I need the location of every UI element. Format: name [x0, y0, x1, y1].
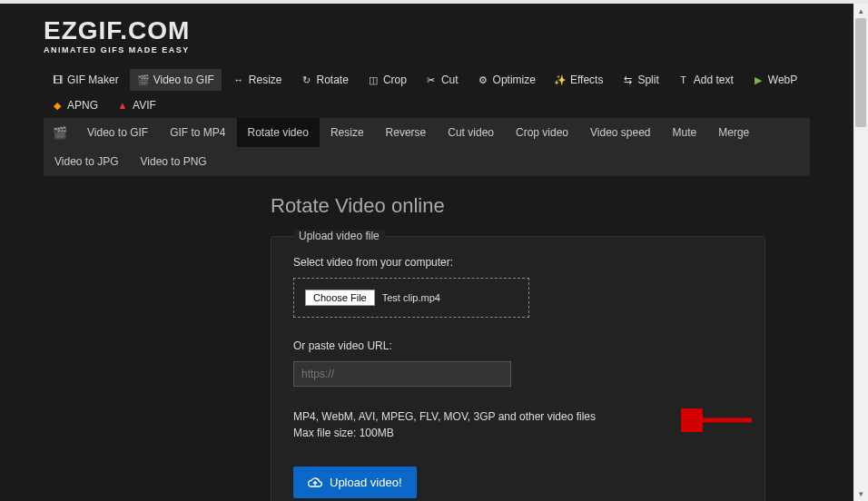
- nav-label: WebP: [768, 74, 797, 86]
- nav-label: GIF Maker: [67, 74, 119, 86]
- video-url-input[interactable]: [293, 361, 511, 387]
- nav-add-text[interactable]: TAdd text: [670, 69, 741, 91]
- cut-icon: ✂: [425, 74, 438, 86]
- nav-cut[interactable]: ✂Cut: [418, 69, 466, 91]
- subnav-cut-video[interactable]: Cut video: [437, 118, 505, 147]
- nav-rotate[interactable]: ↻Rotate: [293, 69, 356, 91]
- page-title: Rotate Video online: [271, 194, 810, 218]
- nav-video-to-gif[interactable]: 🎬Video to GIF: [130, 69, 222, 91]
- nav-optimize[interactable]: ⚙Optimize: [469, 69, 543, 91]
- supported-formats-info: MP4, WebM, AVI, MPEG, FLV, MOV, 3GP and …: [293, 408, 743, 441]
- subnav-mute[interactable]: Mute: [662, 118, 708, 147]
- nav-label: Optimize: [493, 74, 536, 86]
- site-logo[interactable]: EZGIF.COM ANIMATED GIFS MADE EASY: [44, 18, 810, 54]
- nav-split[interactable]: ⇆Split: [614, 69, 666, 91]
- panel-legend: Upload video file: [293, 230, 385, 242]
- subnav-gif-to-mp4[interactable]: GIF to MP4: [159, 118, 236, 147]
- subnav-video-to-png[interactable]: Video to PNG: [130, 147, 218, 176]
- subnav-reverse[interactable]: Reverse: [375, 118, 438, 147]
- split-icon: ⇆: [621, 74, 634, 86]
- clapper-icon: 🎬: [53, 126, 67, 140]
- gif-maker-icon: 🎞: [51, 74, 64, 86]
- subnav-resize[interactable]: Resize: [320, 118, 375, 147]
- webp-icon: ▶: [752, 74, 764, 86]
- optimize-icon: ⚙: [477, 74, 489, 86]
- nav-label: AVIF: [133, 99, 156, 112]
- effects-icon: ✨: [554, 74, 567, 86]
- nav-label: Add text: [694, 74, 734, 86]
- max-size-line: Max file size: 100MB: [293, 425, 743, 441]
- scroll-up-arrow[interactable]: ▴: [853, 4, 868, 18]
- secondary-nav: 🎬Video to GIFGIF to MP4Rotate videoResiz…: [44, 118, 810, 176]
- rotate-icon: ↻: [301, 74, 313, 86]
- nav-label: Cut: [441, 74, 459, 86]
- nav-label: Effects: [570, 74, 603, 86]
- nav-webp[interactable]: ▶WebP: [745, 69, 804, 91]
- add-text-icon: T: [677, 74, 690, 86]
- selected-file-name: Test clip.mp4: [382, 292, 440, 303]
- nav-label: Crop: [383, 74, 407, 86]
- resize-icon: ↔: [232, 74, 245, 86]
- scroll-down-arrow[interactable]: ▾: [853, 486, 868, 501]
- upload-button-label: Upload video!: [330, 476, 402, 489]
- nav-crop[interactable]: ◫Crop: [360, 69, 414, 91]
- nav-apng[interactable]: ◆APNG: [44, 94, 105, 116]
- subnav-video-to-gif[interactable]: Video to GIF: [76, 118, 159, 147]
- nav-label: Resize: [249, 74, 282, 86]
- file-drop-zone[interactable]: Choose File Test clip.mp4: [293, 278, 529, 318]
- nav-resize[interactable]: ↔Resize: [225, 69, 290, 91]
- nav-label: APNG: [67, 99, 98, 112]
- video-to-gif-icon: 🎬: [137, 74, 150, 86]
- nav-label: Video to GIF: [153, 74, 214, 86]
- subnav-rotate-video[interactable]: Rotate video: [237, 118, 320, 147]
- subnav-home-icon[interactable]: 🎬: [44, 118, 76, 147]
- crop-icon: ◫: [367, 74, 380, 86]
- scrollbar-thumb[interactable]: [855, 18, 866, 127]
- upload-video-button[interactable]: Upload video!: [293, 467, 417, 498]
- cloud-upload-icon: [308, 476, 322, 489]
- subnav-crop-video[interactable]: Crop video: [505, 118, 579, 147]
- subnav-video-to-jpg[interactable]: Video to JPG: [44, 147, 130, 176]
- primary-nav: 🎞GIF Maker🎬Video to GIF↔Resize↻Rotate◫Cr…: [44, 69, 810, 116]
- apng-icon: ◆: [51, 99, 64, 112]
- nav-label: Split: [637, 74, 658, 86]
- nav-avif[interactable]: ▲AVIF: [109, 94, 163, 116]
- paste-url-label: Or paste video URL:: [293, 339, 743, 352]
- nav-effects[interactable]: ✨Effects: [547, 69, 610, 91]
- logo-main-text: EZGIF.COM: [44, 18, 810, 44]
- logo-tagline: ANIMATED GIFS MADE EASY: [44, 45, 810, 54]
- choose-file-button[interactable]: Choose File: [305, 290, 375, 306]
- formats-line: MP4, WebM, AVI, MPEG, FLV, MOV, 3GP and …: [293, 408, 743, 425]
- subnav-video-speed[interactable]: Video speed: [579, 118, 662, 147]
- select-file-label: Select video from your computer:: [293, 256, 743, 269]
- nav-gif-maker[interactable]: 🎞GIF Maker: [44, 69, 126, 91]
- nav-label: Rotate: [317, 74, 349, 86]
- vertical-scrollbar[interactable]: ▴ ▾: [853, 4, 868, 501]
- subnav-merge[interactable]: Merge: [707, 118, 760, 147]
- upload-panel: Upload video file Select video from your…: [271, 236, 765, 501]
- avif-icon: ▲: [116, 99, 129, 112]
